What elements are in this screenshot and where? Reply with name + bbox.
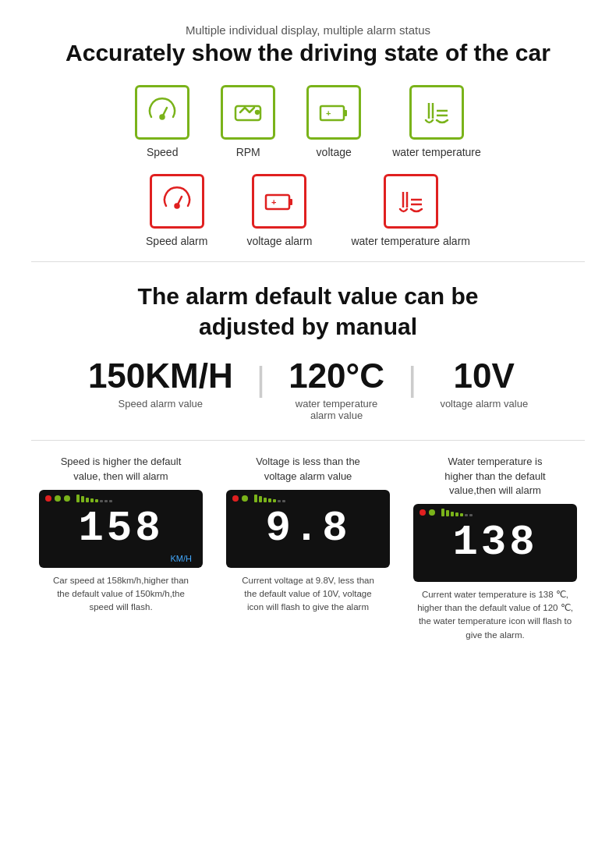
section1-title: Accurately show the driving state of the… <box>31 40 585 66</box>
svg-point-2 <box>256 111 259 114</box>
rpm-label: RPM <box>236 146 260 158</box>
alarm-values-row: 150KM/H Speed alarm value | 120°C water … <box>31 357 585 421</box>
display-top-bar-speed <box>45 495 196 502</box>
voltage-label: voltage <box>317 146 352 158</box>
svg-point-11 <box>175 204 179 208</box>
red-icons-row: Speed alarm + voltage alarm <box>31 174 585 247</box>
speed-alarm-label: Speed alarm <box>146 235 207 247</box>
display-screen-voltage: 9.8 <box>226 490 390 568</box>
green-dot-speed <box>55 495 61 502</box>
panel-voltage-title: Voltage is less than thevoltage alarm va… <box>256 455 360 483</box>
speedometer-alarm-icon <box>160 184 194 218</box>
panel-speed-title: Speed is higher the defaultvalue, then w… <box>61 455 182 483</box>
icon-box-speed-alarm <box>150 174 204 229</box>
panel-water-temp-desc: Current water temperature is 138 ℃,highe… <box>417 588 573 642</box>
voltage-alarm-label-text: voltage alarm value <box>440 398 528 410</box>
panel-water-temp-title: Water temperature ishigher than the defa… <box>444 455 545 498</box>
icon-box-voltage: + <box>306 85 361 140</box>
svg-rect-13 <box>289 199 292 205</box>
bar-group-water-temp <box>441 509 473 516</box>
panel-speed-desc: Car speed at 158km/h,higher thanthe defa… <box>53 574 189 615</box>
icon-box-water-temp-alarm <box>384 174 438 229</box>
section1-subtitle: Multiple individual display, multiple al… <box>31 23 585 37</box>
svg-rect-3 <box>320 106 344 120</box>
water-temp-label: water temperature <box>392 146 481 158</box>
display-number-voltage: 9.8 <box>265 505 350 552</box>
display-number-water-temp: 138 <box>452 519 537 566</box>
panel-water-temp: Water temperature ishigher than the defa… <box>409 455 581 642</box>
speed-alarm-value: 150KM/H Speed alarm value <box>65 357 257 410</box>
speed-label: Speed <box>147 146 178 158</box>
svg-rect-12 <box>266 195 289 209</box>
display-top-bar-voltage <box>232 495 384 502</box>
icon-box-water-temp <box>409 85 464 140</box>
icon-speed-alarm: Speed alarm <box>146 174 207 247</box>
svg-text:+: + <box>271 197 276 207</box>
display-unit-speed: KM/H <box>171 554 193 563</box>
red-dot-water-temp <box>420 509 426 516</box>
voltage-alarm-label: voltage alarm <box>246 235 312 247</box>
display-number-speed: 158 <box>78 505 163 552</box>
panel-voltage-desc: Current voltage at 9.8V, less thanthe de… <box>242 574 374 615</box>
panel-voltage: Voltage is less than thevoltage alarm va… <box>222 455 394 642</box>
bar-group-speed <box>76 495 112 502</box>
icon-speed: Speed <box>135 85 189 158</box>
icon-voltage: + voltage <box>306 85 361 158</box>
icon-box-voltage-alarm: + <box>252 174 306 229</box>
display-top-bar-water-temp <box>420 509 571 516</box>
green-dot2-speed <box>64 495 70 502</box>
display-screen-water-temp: 138 <box>413 504 577 582</box>
battery-icon-green: + <box>317 95 351 129</box>
red-dot-voltage <box>232 495 239 502</box>
green-icons-row: Speed RPM <box>31 85 585 158</box>
icon-voltage-alarm: + voltage alarm <box>246 174 312 247</box>
icon-water-temp-alarm: water temperature alarm <box>351 174 470 247</box>
speed-alarm-label-text: Speed alarm value <box>88 398 233 410</box>
rpm-icon <box>231 95 265 129</box>
green-dot-voltage <box>242 495 248 502</box>
separator-2: | <box>408 360 416 398</box>
water-temp-alarm-label: water temperature alarm <box>351 235 470 247</box>
divider-1 <box>31 261 585 262</box>
svg-rect-4 <box>344 110 347 116</box>
red-dot-speed <box>45 495 51 502</box>
section1-header: Multiple individual display, multiple al… <box>31 23 585 66</box>
icon-rpm: RPM <box>221 85 275 158</box>
section2-title: The alarm default value can beadjusted b… <box>31 281 585 342</box>
speedometer-icon <box>145 95 179 129</box>
svg-point-0 <box>161 115 165 119</box>
battery-alarm-icon: + <box>262 184 296 218</box>
icon-box-rpm <box>221 85 275 140</box>
separator-1: | <box>257 360 265 398</box>
water-temp-alarm-label-text: water temperaturealarm value <box>289 398 384 421</box>
svg-text:+: + <box>326 108 331 118</box>
display-screen-speed: 158 KM/H <box>39 490 203 568</box>
panel-speed: Speed is higher the defaultvalue, then w… <box>35 455 207 642</box>
bar-group-voltage <box>254 495 285 502</box>
speed-alarm-number: 150KM/H <box>88 357 233 395</box>
icon-water-temp: water temperature <box>392 85 481 158</box>
divider-2 <box>31 440 585 441</box>
thermometer-water-alarm-icon <box>394 184 428 218</box>
water-temp-alarm-value: 120°C water temperaturealarm value <box>265 357 408 421</box>
thermometer-water-icon-green <box>420 95 454 129</box>
green-dot-water-temp <box>429 509 435 516</box>
page: Multiple individual display, multiple al… <box>0 0 616 665</box>
icon-box-speed <box>135 85 189 140</box>
voltage-alarm-number: 10V <box>440 357 528 395</box>
water-temp-alarm-number: 120°C <box>289 357 384 395</box>
panels-row: Speed is higher the defaultvalue, then w… <box>31 455 585 642</box>
section2-header: The alarm default value can beadjusted b… <box>31 281 585 342</box>
voltage-alarm-value: 10V voltage alarm value <box>416 357 551 410</box>
